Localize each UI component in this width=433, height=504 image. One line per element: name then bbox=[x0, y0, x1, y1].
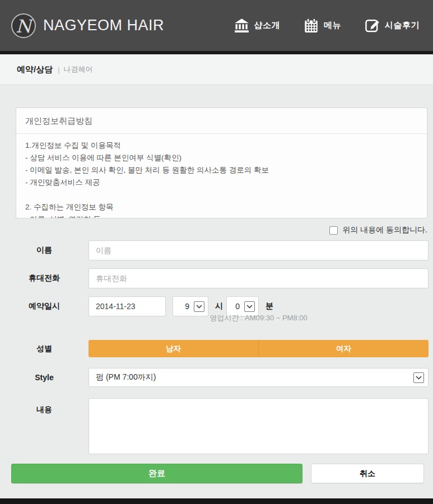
privacy-line: - 개인맞춤서비스 제공 bbox=[25, 176, 418, 189]
logo-letter: N bbox=[16, 17, 31, 35]
privacy-line: 2. 수집하는 개인정보 항목 bbox=[25, 201, 418, 213]
submit-button[interactable]: 완료 bbox=[11, 464, 302, 483]
privacy-line bbox=[25, 189, 418, 201]
minute-value: 0 bbox=[235, 302, 240, 311]
page: N NAGYEOM HAIR 샵소개 bbox=[0, 0, 433, 504]
form-row-style: Style 펌 (PM 7:00까지) bbox=[0, 368, 433, 387]
brand-logo[interactable]: N NAGYEOM HAIR bbox=[11, 13, 164, 38]
privacy-line: 1.개인정보 수집 및 이용목적 bbox=[25, 139, 418, 152]
business-hours-row: 영업시간 : AM09:30 ~ PM8:00 bbox=[0, 313, 433, 323]
nav-label: 메뉴 bbox=[324, 20, 341, 31]
cancel-button[interactable]: 취소 bbox=[311, 464, 424, 483]
chevron-down-icon bbox=[244, 301, 255, 312]
privacy-line: - 이메일 발송, 본인 의사 확인, 불만 처리 등 원활한 의사소통 경로의… bbox=[25, 164, 418, 176]
bank-icon bbox=[234, 18, 249, 33]
agree-checkbox[interactable] bbox=[329, 226, 338, 235]
business-hours-note: 영업시간 : AM09:30 ~ PM8:00 bbox=[89, 313, 429, 323]
hour-unit-label: 시 bbox=[215, 301, 223, 311]
privacy-policy-body: 1.개인정보 수집 및 이용목적 - 상담 서비스 이용에 따른 본인여부 식별… bbox=[16, 134, 427, 218]
hour-value: 9 bbox=[185, 302, 189, 311]
style-selected-value: 펌 (PM 7:00까지) bbox=[96, 372, 156, 382]
style-select[interactable]: 펌 (PM 7:00까지) bbox=[89, 368, 429, 387]
privacy-line: - 이름, 성별, 연락처 등 bbox=[25, 213, 418, 218]
privacy-line: - 상담 서비스 이용에 따른 본인여부 식별(확인) bbox=[25, 152, 418, 164]
name-input[interactable] bbox=[89, 240, 429, 260]
gender-option-male[interactable]: 남자 bbox=[89, 340, 258, 357]
breadcrumb-subtitle: 나겸헤어 bbox=[64, 64, 93, 74]
content-label: 내용 bbox=[0, 398, 89, 415]
header: N NAGYEOM HAIR 샵소개 bbox=[0, 0, 433, 51]
privacy-policy-box[interactable]: 개인정보취급방침 1.개인정보 수집 및 이용목적 - 상담 서비스 이용에 따… bbox=[16, 108, 427, 218]
phone-label: 휴대전화 bbox=[0, 273, 89, 283]
page-title: 예약/상담 bbox=[17, 64, 53, 75]
brand-title: NAGYEOM HAIR bbox=[43, 17, 164, 34]
nav-label: 시술후기 bbox=[385, 20, 420, 31]
form-row-gender: 성별 남자 여자 bbox=[0, 340, 433, 357]
breadcrumb-separator: | bbox=[58, 66, 59, 74]
chevron-down-icon bbox=[194, 301, 204, 312]
nav-item-shop-intro[interactable]: 샵소개 bbox=[234, 18, 281, 33]
footer-bar bbox=[0, 498, 433, 504]
nav-item-menu[interactable]: 메뉴 bbox=[304, 18, 341, 33]
name-label: 이름 bbox=[0, 245, 89, 255]
gender-option-female[interactable]: 여자 bbox=[258, 340, 429, 357]
reservation-form: 이름 휴대전화 예약일시 9 시 bbox=[0, 240, 433, 483]
minute-unit-label: 분 bbox=[266, 301, 273, 311]
edit-icon bbox=[365, 18, 380, 33]
breadcrumb: 예약/상담 | 나겸헤어 bbox=[0, 54, 433, 85]
style-label: Style bbox=[0, 373, 89, 382]
chevron-down-icon bbox=[413, 372, 424, 383]
header-nav: 샵소개 메뉴 bbox=[234, 18, 420, 33]
gender-toggle: 남자 여자 bbox=[89, 340, 429, 357]
agree-row: 위의 내용에 동의합니다. bbox=[0, 225, 427, 235]
logo-circle-icon: N bbox=[11, 13, 36, 38]
datetime-label: 예약일시 bbox=[0, 301, 89, 311]
form-row-name: 이름 bbox=[0, 240, 433, 260]
form-row-content: 내용 bbox=[0, 398, 433, 454]
nav-item-reviews[interactable]: 시술후기 bbox=[365, 18, 420, 33]
agree-label: 위의 내용에 동의합니다. bbox=[342, 225, 427, 235]
gender-label: 성별 bbox=[0, 344, 89, 354]
phone-input[interactable] bbox=[89, 268, 429, 288]
content-textarea[interactable] bbox=[89, 398, 429, 454]
privacy-policy-title: 개인정보취급방침 bbox=[16, 108, 427, 134]
nav-label: 샵소개 bbox=[254, 20, 281, 31]
action-buttons: 완료 취소 bbox=[11, 464, 424, 483]
calendar-icon bbox=[304, 18, 319, 33]
form-row-phone: 휴대전화 bbox=[0, 268, 433, 288]
